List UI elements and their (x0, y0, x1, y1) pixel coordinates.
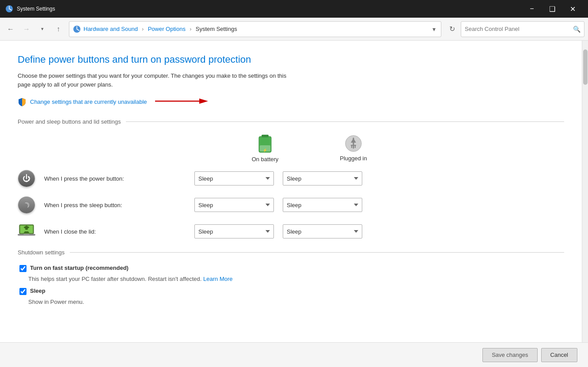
plug-icon (345, 135, 362, 152)
back-icon: ← (7, 25, 14, 33)
refresh-icon: ↻ (449, 25, 455, 33)
minimize-button[interactable]: − (522, 2, 542, 16)
search-box: 🔍 (461, 21, 584, 37)
section1-divider (126, 121, 564, 122)
fast-startup-label: Turn on fast startup (recommended) (30, 265, 129, 271)
breadcrumb-current: System Settings (196, 26, 237, 32)
fast-startup-desc-text: This helps start your PC faster after sh… (28, 276, 201, 282)
cancel-button[interactable]: Cancel (541, 348, 577, 362)
lid-plugged-in-select[interactable]: Sleep Do nothing Hibernate Shut down Tur… (283, 224, 362, 238)
sleep-desc: Show in Power menu. (28, 299, 564, 305)
section1-header: Power and sleep buttons and lid settings (18, 118, 564, 125)
breadcrumb-sep2: › (188, 26, 195, 32)
address-bar-icon (73, 25, 81, 33)
section2-label: Shutdown settings (18, 249, 64, 256)
sleep-button-icon-cell (18, 196, 35, 214)
chevron-down-icon: ▾ (41, 26, 44, 32)
breadcrumb-power-options[interactable]: Power Options (148, 26, 186, 32)
sleep-button-plugged-in-select[interactable]: Sleep Do nothing Hibernate Shut down Tur… (283, 198, 362, 212)
refresh-button[interactable]: ↻ (445, 22, 459, 36)
restore-button[interactable]: ❑ (542, 2, 562, 16)
fast-startup-checkbox[interactable] (19, 265, 27, 272)
section2-divider (70, 252, 564, 253)
dropdown-button[interactable]: ▾ (35, 22, 49, 36)
col-on-battery: ⚡ On battery (221, 134, 309, 163)
page-description: Choose the power settings that you want … (18, 72, 564, 89)
change-settings-link[interactable]: Change settings that are currently unava… (30, 98, 147, 105)
save-changes-button[interactable]: Save changes (482, 348, 537, 362)
scrollbar-thumb[interactable] (583, 49, 588, 85)
arrow-annotation (155, 96, 208, 108)
up-icon: ↑ (57, 25, 60, 33)
window-controls: − ❑ ✕ (522, 2, 583, 16)
fast-startup-row: Turn on fast startup (recommended) (18, 265, 564, 272)
breadcrumb-sep1: › (140, 26, 147, 32)
col-plugged-in-label: Plugged in (340, 155, 367, 162)
sleep-desc-text: Show in Power menu. (28, 299, 84, 305)
sleep-checkbox-label: Sleep (30, 288, 46, 294)
description-line1: Choose the power settings that you want … (18, 72, 286, 79)
page-title: Define power buttons and turn on passwor… (18, 54, 564, 65)
laptop-icon (18, 223, 35, 239)
description-line2: page apply to all of your power plans. (18, 81, 113, 88)
power-button-on-battery-select[interactable]: Sleep Do nothing Hibernate Shut down Tur… (194, 171, 274, 185)
back-button[interactable]: ← (4, 22, 18, 36)
fast-startup-desc: This helps start your PC faster after sh… (28, 276, 564, 282)
battery-icon: ⚡ (257, 134, 273, 153)
scrollbar[interactable] (582, 41, 588, 367)
svg-marker-3 (199, 98, 208, 104)
col-plugged-in: Plugged in (309, 135, 398, 162)
search-icon[interactable]: 🔍 (573, 26, 580, 33)
lid-icon-cell (18, 223, 35, 240)
section2-header: Shutdown settings (18, 249, 564, 256)
sleep-icon (18, 197, 35, 213)
svg-text:⚡: ⚡ (263, 148, 267, 152)
svg-rect-16 (23, 234, 29, 235)
up-button[interactable]: ↑ (51, 22, 65, 36)
uac-shield-icon (18, 98, 27, 106)
sleep-button-row: When I press the sleep button: Sleep Do … (18, 196, 564, 214)
navigation-bar: ← → ▾ ↑ Hardware and Sound › Power Optio… (0, 18, 588, 41)
column-headers: ⚡ On battery Plugged in (18, 134, 564, 163)
learn-more-link[interactable]: Learn More (203, 276, 232, 282)
lid-row: When I close the lid: Sleep Do nothing H… (18, 223, 564, 240)
forward-icon: → (23, 25, 30, 33)
bottom-bar: Save changes Cancel (0, 342, 588, 367)
main-container: Define power buttons and turn on passwor… (0, 41, 588, 367)
forward-button[interactable]: → (19, 22, 34, 36)
lid-label: When I close the lid: (44, 228, 194, 235)
breadcrumb: Hardware and Sound › Power Options › Sys… (83, 26, 428, 32)
lid-on-battery-select[interactable]: Sleep Do nothing Hibernate Shut down Tur… (194, 224, 274, 238)
window-title: System Settings (17, 6, 518, 12)
section1-label: Power and sleep buttons and lid settings (18, 118, 121, 125)
power-button-plugged-in-select[interactable]: Sleep Do nothing Hibernate Shut down Tur… (283, 171, 362, 185)
change-settings-row: Change settings that are currently unava… (18, 96, 564, 108)
app-icon (5, 5, 13, 13)
content-area: Define power buttons and turn on passwor… (0, 41, 582, 367)
search-input[interactable] (465, 26, 570, 32)
power-button-row: When I press the power button: Sleep Do … (18, 170, 564, 187)
power-button-label: When I press the power button: (44, 175, 194, 182)
address-bar[interactable]: Hardware and Sound › Power Options › Sys… (69, 21, 441, 37)
breadcrumb-hardware[interactable]: Hardware and Sound (83, 26, 138, 32)
power-button-icon-cell (18, 170, 35, 187)
sleep-checkbox-row: Sleep (18, 288, 564, 295)
address-dropdown-button[interactable]: ▾ (431, 24, 437, 34)
power-icon (18, 170, 35, 187)
sleep-checkbox[interactable] (19, 288, 27, 295)
title-bar: System Settings − ❑ ✕ (0, 0, 588, 18)
close-button[interactable]: ✕ (562, 2, 583, 16)
sleep-button-on-battery-select[interactable]: Sleep Do nothing Hibernate Shut down Tur… (194, 198, 274, 212)
svg-rect-5 (262, 135, 269, 137)
col-on-battery-label: On battery (252, 156, 279, 163)
sleep-button-label: When I press the sleep button: (44, 202, 194, 208)
